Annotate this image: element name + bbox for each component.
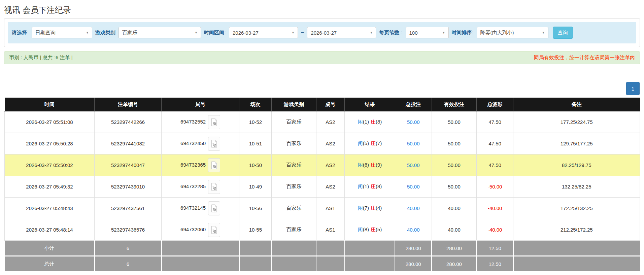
- game-type-select[interactable]: 百家乐 ▼: [118, 27, 201, 38]
- cell-time: 2026-03-27 05:50:02: [5, 154, 95, 176]
- video-replay-button[interactable]: [208, 201, 220, 215]
- bets-table: 时间 注单编号 局号 场次 游戏类别 桌号 结果 总投注 有效投注 总派彩 备注…: [4, 98, 640, 271]
- query-type-value: 日期查询: [35, 30, 56, 36]
- cell-total-bet: 50.00: [395, 154, 432, 176]
- col-header-note: 备注: [513, 98, 640, 111]
- cell-table: AS1: [316, 198, 345, 219]
- total-empty: [345, 256, 395, 272]
- cell-table: AS2: [316, 154, 345, 176]
- result-banker: 庄: [371, 227, 376, 232]
- cell-time: 2026-03-27 05:50:28: [5, 133, 95, 154]
- cell-game: 百家乐: [272, 219, 316, 241]
- total-bet-link[interactable]: 40.00: [407, 205, 420, 211]
- video-file-icon: [211, 161, 217, 169]
- subtotal-label: 小计: [5, 241, 95, 256]
- cell-note: 82.25/129.75: [513, 154, 640, 176]
- subtotal-count: 6: [95, 241, 162, 256]
- summary-note: 同局有效投注，统一计算在该局第一张注单内: [534, 55, 635, 61]
- cell-table: AS2: [316, 111, 345, 133]
- date-to-value: 2026-03-27: [311, 30, 337, 36]
- total-label: 总计: [5, 256, 95, 272]
- round-number: 694732285: [180, 183, 206, 189]
- round-number: 694732060: [180, 226, 206, 232]
- cell-bet-id: 523297440047: [95, 154, 162, 176]
- cell-note: 129.75/177.25: [513, 133, 640, 154]
- cell-session: 10-56: [239, 198, 272, 219]
- cell-payout: -40.00: [476, 198, 513, 219]
- cell-session: 10-49: [239, 176, 272, 198]
- video-replay-button[interactable]: [208, 115, 220, 129]
- query-type-label: 请选择:: [12, 30, 29, 36]
- date-from-select[interactable]: 2026-03-27 ▼: [229, 27, 298, 38]
- cell-game: 百家乐: [272, 198, 316, 219]
- cell-result: 闲(5)庄(7): [345, 133, 395, 154]
- sort-order-label: 时间排序:: [452, 30, 474, 36]
- total-valid-bet: 280.00: [432, 256, 476, 272]
- video-file-icon: [211, 226, 217, 234]
- cell-note: 212.25/172.25: [513, 219, 640, 241]
- cell-table: AS2: [316, 133, 345, 154]
- result-player-count: (6): [363, 162, 369, 168]
- col-header-result: 结果: [345, 98, 395, 111]
- cell-payout: -50.00: [476, 176, 513, 198]
- cell-payout: 47.50: [476, 111, 513, 133]
- total-empty: [272, 256, 316, 272]
- pagination-top: 1: [4, 82, 640, 95]
- chevron-down-icon: ▼: [292, 31, 295, 34]
- query-type-select[interactable]: 日期查询 ▼: [32, 27, 92, 38]
- total-bet-link[interactable]: 50.00: [407, 184, 420, 190]
- cell-valid-bet: 50.00: [432, 111, 476, 133]
- table-row: 2026-03-27 05:49:32 523297439010 6947322…: [5, 176, 640, 198]
- video-replay-button[interactable]: [208, 180, 220, 194]
- cell-session: 10-52: [239, 111, 272, 133]
- total-bet-link[interactable]: 50.00: [407, 162, 420, 168]
- cell-valid-bet: 50.00: [432, 133, 476, 154]
- total-count: 6: [95, 256, 162, 272]
- cell-valid-bet: 40.00: [432, 198, 476, 219]
- cell-table: AS1: [316, 219, 345, 241]
- result-player: 闲: [358, 162, 363, 168]
- total-bet-link[interactable]: 40.00: [407, 227, 420, 233]
- col-header-session: 场次: [239, 98, 272, 111]
- video-replay-button[interactable]: [208, 223, 220, 237]
- summary-currency-count: 币别 : 人民币 | 总共 :6 注单 |: [9, 55, 73, 61]
- cell-total-bet: 40.00: [395, 219, 432, 241]
- total-row: 总计 6 280.00 280.00 12.50: [5, 256, 640, 272]
- table-row: 2026-03-27 05:48:14 523297436576 6947320…: [5, 219, 640, 241]
- cell-round: 694732450: [162, 133, 239, 154]
- subtotal-valid-bet: 280.00: [432, 241, 476, 256]
- sort-order-select[interactable]: 降幂(由大到小) ▼: [477, 27, 548, 38]
- round-number: 694732365: [180, 162, 206, 167]
- search-button[interactable]: 查询: [553, 27, 573, 39]
- date-range-separator: ~: [301, 30, 304, 36]
- result-player-count: (5): [363, 140, 369, 146]
- col-header-table: 桌号: [316, 98, 345, 111]
- table-row: 2026-03-27 05:50:28 523297441082 6947324…: [5, 133, 640, 154]
- date-to-select[interactable]: 2026-03-27 ▼: [307, 27, 376, 38]
- cell-table: AS2: [316, 176, 345, 198]
- total-bet-link[interactable]: 50.00: [407, 119, 420, 125]
- video-replay-button[interactable]: [208, 137, 220, 151]
- cell-time: 2026-03-27 05:51:08: [5, 111, 95, 133]
- table-row: 2026-03-27 05:51:08 523297442266 6947325…: [5, 111, 640, 133]
- result-player-count: (1): [363, 183, 369, 189]
- cell-round: 694732145: [162, 198, 239, 219]
- page-button-1[interactable]: 1: [626, 82, 640, 95]
- cell-game: 百家乐: [272, 176, 316, 198]
- cell-valid-bet: 40.00: [432, 219, 476, 241]
- video-file-icon: [211, 183, 217, 191]
- col-header-time: 时间: [5, 98, 95, 111]
- table-row-highlighted: 2026-03-27 05:50:02 523297440047 6947323…: [5, 154, 640, 176]
- result-banker: 庄: [371, 183, 376, 189]
- page-size-select[interactable]: 100 ▼: [406, 27, 449, 38]
- cell-round: 694732552: [162, 111, 239, 133]
- cell-total-bet: 50.00: [395, 176, 432, 198]
- video-file-icon: [211, 118, 217, 126]
- subtotal-empty: [345, 241, 395, 256]
- total-bet-link[interactable]: 50.00: [407, 141, 420, 146]
- total-empty: [513, 256, 640, 272]
- cell-result: 闲(8)庄(5): [345, 219, 395, 241]
- total-payout: 12.50: [476, 256, 513, 272]
- round-number: 694732145: [180, 205, 206, 210]
- video-replay-button[interactable]: [208, 158, 220, 172]
